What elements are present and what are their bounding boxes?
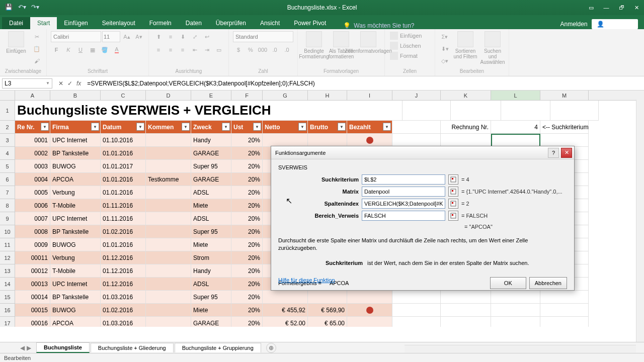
table-cell[interactable]: Miete [191,304,231,317]
filter-icon[interactable]: ▼ [41,123,49,131]
cell[interactable] [441,304,491,317]
table-cell[interactable] [347,304,392,317]
col-header[interactable]: B [50,90,101,100]
table-cell[interactable]: BUWOG [50,304,101,317]
cell[interactable] [392,121,441,134]
range-selector-icon[interactable] [448,174,458,185]
table-cell[interactable]: 00014 [15,291,50,304]
select-all-button[interactable] [0,90,15,100]
share-button[interactable]: 👤 Freigeben [592,19,638,29]
sheet-tab-2[interactable]: Buchungsliste + Gliederung [91,343,174,352]
save-icon[interactable]: 💾 [5,4,13,12]
table-cell[interactable] [347,134,392,147]
table-header[interactable]: Re Nr.▼ [15,121,50,134]
table-cell[interactable]: UPC Internet [50,134,101,147]
increase-font-icon[interactable]: A▴ [121,31,132,42]
cell[interactable] [451,101,501,121]
table-cell[interactable]: APCOA [50,173,101,186]
add-sheet-button[interactable]: ⊕ [266,343,276,353]
sheet-tab-3[interactable]: Buchungsliste + Gruppierung [175,343,261,352]
table-cell[interactable]: Super 95 [191,160,231,173]
col-header[interactable]: E [191,90,231,100]
merge-icon[interactable]: ▭ [213,44,224,55]
table-cell[interactable]: 00011 [15,251,50,264]
table-cell[interactable] [146,251,191,264]
table-cell[interactable]: Testkomme [146,173,191,186]
minimize-icon[interactable]: — [599,0,614,15]
font-color-icon[interactable]: A [111,44,122,55]
align-bottom-icon[interactable]: ⬇ [177,31,188,42]
font-name-select[interactable] [51,31,101,42]
scrollbar-horizontal[interactable] [405,345,636,353]
col-header[interactable]: I [347,90,392,100]
row-header[interactable]: 11 [0,238,15,251]
tab-view[interactable]: Ansicht [253,17,287,29]
row-header[interactable]: 15 [0,291,15,304]
table-cell[interactable]: 01.11.2016 [101,199,146,212]
range-selector-icon[interactable] [448,187,458,197]
prev-sheet-icon[interactable]: ◀ [20,344,25,351]
tab-layout[interactable]: Seitenlayout [95,17,142,29]
arg-input-spaltenindex[interactable] [362,199,445,209]
underline-button[interactable]: U [75,44,86,55]
table-cell[interactable] [146,160,191,173]
table-cell[interactable]: BP Tankstelle [50,225,101,238]
table-cell[interactable]: GARAGE [191,147,231,160]
fx-icon[interactable]: fx [76,80,81,87]
restore-icon[interactable]: 🗗 [614,0,629,15]
table-cell[interactable]: 0008 [15,225,50,238]
filter-icon[interactable]: ▼ [338,123,346,131]
col-header[interactable]: M [540,90,589,100]
tab-file[interactable]: Datei [2,17,30,29]
table-cell[interactable]: 0006 [15,199,50,212]
table-cell[interactable]: 0001 [15,134,50,147]
table-cell[interactable]: 20% [231,251,263,264]
table-cell[interactable]: 0003 [15,160,50,173]
arg-input-suchkriterium[interactable] [362,174,445,185]
format-cells-button[interactable]: Format [389,51,419,60]
table-header[interactable]: Netto▼ [263,121,308,134]
table-cell[interactable]: ADSL [191,186,231,199]
redo-icon[interactable]: ↷▾ [31,4,39,12]
cell[interactable] [540,317,589,327]
tab-data[interactable]: Daten [179,17,209,29]
formula-input[interactable] [85,80,644,87]
filter-icon[interactable]: ▼ [298,123,306,131]
table-cell[interactable]: ADSL [191,278,231,291]
row-header[interactable]: 6 [0,173,15,186]
cell[interactable] [392,134,441,147]
cell[interactable] [441,317,491,327]
table-cell[interactable]: 20% [231,212,263,225]
format-painter-icon[interactable]: 🖌 [31,55,42,66]
table-cell[interactable]: 20% [231,238,263,251]
table-cell[interactable] [146,278,191,291]
currency-icon[interactable]: $ [233,44,244,55]
font-size-select[interactable] [102,31,120,42]
table-cell[interactable]: T-Mobile [50,199,101,212]
align-middle-icon[interactable]: ≡ [165,31,176,42]
table-cell[interactable] [146,134,191,147]
thousands-icon[interactable]: 000 [257,44,268,55]
table-cell[interactable] [146,264,191,278]
row-header[interactable]: 10 [0,225,15,238]
table-cell[interactable] [308,134,347,147]
table-cell[interactable] [146,186,191,199]
number-format-select[interactable] [233,31,293,42]
copy-icon[interactable]: 📋 [31,43,42,54]
table-cell[interactable]: 01.01.2016 [101,147,146,160]
table-cell[interactable]: 01.01.2016 [101,186,146,199]
bold-button[interactable]: F [51,44,62,55]
increase-decimal-icon[interactable]: .0 [269,44,280,55]
signin-link[interactable]: Anmelden [560,21,588,28]
table-header[interactable]: Kommen▼ [146,121,191,134]
table-cell[interactable]: 20% [231,186,263,199]
table-cell[interactable]: 20% [231,147,263,160]
table-cell[interactable]: BP Tankstelle [50,147,101,160]
table-cell[interactable]: 0009 [15,238,50,251]
cell[interactable] [441,134,491,147]
table-cell[interactable] [146,238,191,251]
table-cell[interactable]: Handy [191,134,231,147]
table-cell[interactable] [146,225,191,238]
cell[interactable] [491,317,540,327]
table-cell[interactable]: BP Tankstelle [50,291,101,304]
